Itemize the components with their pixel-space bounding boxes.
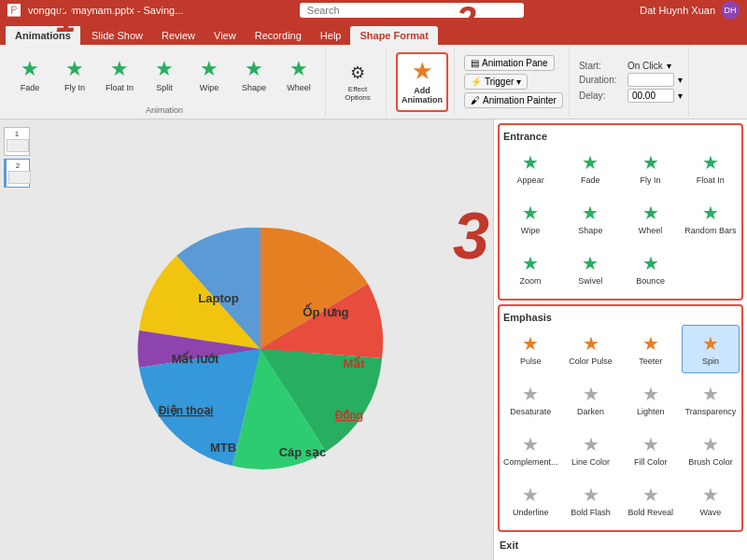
anim-exit-3[interactable]: ▲ (622, 553, 682, 560)
anim-shape[interactable]: ★ Shape (233, 49, 275, 101)
anim-wave[interactable]: ★ Wave (682, 476, 740, 525)
colorpulse-label: Color Pulse (569, 357, 613, 366)
anim-colorpulse[interactable]: ★ Color Pulse (562, 325, 620, 373)
delay-input[interactable] (627, 89, 674, 103)
anim-boldflash[interactable]: ★ Bold Flash (562, 476, 620, 525)
effect-options-label: Effect Options (335, 85, 380, 102)
flyin-icon: ★ (65, 57, 84, 81)
anim-underline[interactable]: ★ Underline (501, 476, 560, 525)
slide-thumb-1[interactable]: 1 (4, 127, 30, 156)
trigger-button[interactable]: ⚡ Trigger ▾ (464, 74, 528, 90)
slide-thumb-2[interactable]: 2 (4, 159, 30, 188)
anim-flyin[interactable]: ★ Fly In (54, 49, 95, 101)
animation-group: ★ Fade ★ Fly In ★ Float In ★ Split ★ Wip… (4, 47, 326, 117)
exit-section: Exit ★ ▲▼ ▲ (498, 536, 743, 560)
anim-bounce[interactable]: ★ Bounce (622, 245, 680, 293)
animation-painter-button[interactable]: 🖌 Animation Painter (464, 92, 563, 108)
anim-linecolor[interactable]: ★ Line Color (562, 426, 620, 474)
search-input[interactable] (300, 3, 524, 18)
spin-icon: ★ (702, 332, 719, 355)
svg-text:Mất: Mất (343, 356, 365, 371)
titlebar-right: Dat Huynh Xuan DH (640, 1, 740, 20)
floatin-panel-icon: ★ (702, 151, 719, 174)
anim-boldreveal[interactable]: ★ Bold Reveal (622, 476, 680, 525)
flyin-panel-label: Fly In (641, 175, 661, 185)
entrance-grid: ★ Appear ★ Fade ★ Fly In ★ Float In ★ (501, 144, 740, 293)
appear-icon: ★ (522, 151, 539, 174)
complement-label: Complement... (503, 457, 558, 467)
anim-darken[interactable]: ★ Darken (562, 375, 620, 424)
anim-floatin[interactable]: ★ Float In (99, 49, 140, 101)
anim-exit-1[interactable]: ★ (498, 553, 557, 560)
anim-fade[interactable]: ★ Fade (9, 49, 50, 101)
anim-split[interactable]: ★ Split (144, 49, 185, 101)
anim-floatin-panel[interactable]: ★ Float In (682, 144, 740, 192)
anim-brushcolor[interactable]: ★ Brush Color (682, 426, 740, 474)
anim-zoom[interactable]: ★ Zoom (501, 245, 559, 293)
fade-panel-icon: ★ (582, 151, 599, 174)
anim-lighten[interactable]: ★ Lighten (622, 375, 680, 424)
anim-exit-2[interactable]: ▲▼ (559, 553, 619, 560)
exit-grid: ★ ▲▼ ▲ (498, 553, 743, 560)
animation-painter-label: Animation Painter (483, 95, 557, 105)
anim-swivel[interactable]: ★ Swivel (561, 245, 619, 293)
add-animation-button[interactable]: ★ AddAnimation (396, 52, 448, 112)
animation-pane-button[interactable]: ▤ Animation Pane (464, 55, 555, 71)
anim-transparency[interactable]: ★ Transparency (682, 375, 740, 424)
anim-flyin-panel[interactable]: ★ Fly In (622, 144, 680, 192)
anim-fillcolor[interactable]: ★ Fill Color (622, 426, 680, 474)
boldreveal-label: Bold Reveal (628, 508, 674, 517)
exit-title: Exit (498, 536, 743, 553)
fade-icon: ★ (21, 57, 39, 81)
transparency-label: Transparency (685, 407, 737, 416)
emphasis-title: Emphasis (501, 308, 740, 325)
svg-text:Cáp sạc: Cáp sạc (279, 445, 327, 459)
ribbon-tabs: Animations Slide Show Review View Record… (0, 21, 747, 45)
anim-wheel[interactable]: ★ Wheel (278, 49, 319, 101)
entrance-section: Entrance ★ Appear ★ Fade ★ Fly In ★ Floa… (498, 123, 743, 301)
tab-recording[interactable]: Recording (246, 26, 311, 45)
anim-wipe-panel[interactable]: ★ Wipe (501, 194, 559, 243)
start-chevron[interactable]: ▾ (667, 61, 671, 71)
delay-chevron[interactable]: ▾ (678, 91, 683, 101)
emphasis-grid: ★ Pulse ★ Color Pulse ★ Teeter ★ Spin ★ (501, 325, 740, 525)
wheel-panel-icon: ★ (642, 202, 659, 224)
duration-chevron[interactable]: ▾ (678, 75, 683, 85)
pulse-label: Pulse (520, 357, 542, 366)
user-avatar: DH (721, 1, 740, 20)
animation-pane-group: ▤ Animation Pane ⚡ Trigger ▾ 🖌 Animation… (458, 47, 570, 117)
titlebar: 🅿 vongquaymaynam.pptx - Saving... Dat Hu… (0, 0, 747, 21)
user-name: Dat Huynh Xuan (640, 5, 715, 16)
tab-shape-format[interactable]: Shape Format (350, 26, 437, 45)
fillcolor-label: Fill Color (634, 457, 668, 467)
anim-desaturate[interactable]: ★ Desaturate (501, 375, 560, 424)
anim-wheel-panel[interactable]: ★ Wheel (622, 194, 680, 243)
ribbon: ★ Fade ★ Fly In ★ Float In ★ Split ★ Wip… (0, 45, 747, 119)
animation-painter-icon: 🖌 (471, 95, 480, 105)
anim-pulse[interactable]: ★ Pulse (501, 325, 560, 373)
anim-appear[interactable]: ★ Appear (501, 144, 559, 192)
tab-slideshow[interactable]: Slide Show (82, 26, 152, 45)
tab-animations[interactable]: Animations (4, 24, 82, 45)
spin-label: Spin (702, 357, 719, 366)
wipe-icon: ★ (200, 57, 218, 81)
effect-options-btn[interactable]: ⚙ Effect Options (335, 56, 380, 108)
tab-view[interactable]: View (204, 26, 246, 45)
wave-label: Wave (700, 508, 722, 517)
underline-icon: ★ (522, 483, 539, 506)
anim-fade-panel[interactable]: ★ Fade (561, 144, 619, 192)
tab-help[interactable]: Help (311, 26, 351, 45)
timing-controls: Start: On Click ▾ Duration: ▾ Delay: ▾ (579, 61, 683, 103)
duration-input[interactable] (627, 73, 674, 87)
tab-review[interactable]: Review (152, 26, 204, 45)
anim-spin[interactable]: ★ Spin (682, 325, 740, 373)
anim-teeter[interactable]: ★ Teeter (622, 325, 680, 373)
flyin-panel-icon: ★ (642, 151, 659, 174)
appear-label: Appear (517, 175, 544, 185)
fade-panel-label: Fade (581, 175, 600, 185)
anim-randombars[interactable]: ★ Random Bars (682, 194, 740, 243)
anim-wipe[interactable]: ★ Wipe (189, 49, 230, 101)
svg-text:MTB: MTB (210, 441, 236, 455)
anim-complement[interactable]: ★ Complement... (501, 426, 560, 474)
anim-shape-panel[interactable]: ★ Shape (561, 194, 619, 243)
